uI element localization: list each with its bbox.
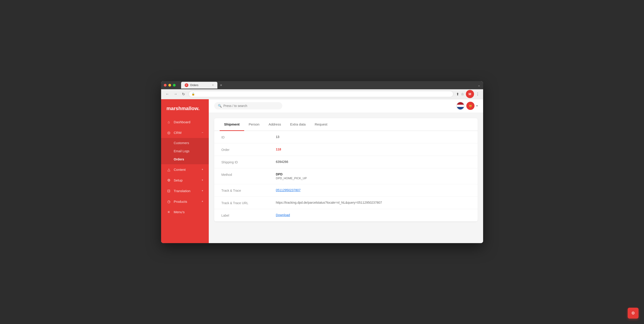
menus-icon: ≡ xyxy=(166,210,171,214)
close-dot[interactable] xyxy=(164,84,166,87)
translation-icon: ⊡ xyxy=(166,189,171,193)
value-id: 13 xyxy=(276,135,470,139)
expand-icon: + xyxy=(202,178,203,182)
sidebar-item-label: CRM xyxy=(174,131,182,135)
bookmark-icon[interactable]: ☆ xyxy=(461,92,464,96)
content-area: Shipment Person Address Extra data Reque… xyxy=(209,113,483,243)
tab-address[interactable]: Address xyxy=(264,118,286,131)
sidebar-item-content[interactable]: △ Content + xyxy=(161,164,209,175)
sidebar-item-products[interactable]: ◷ Products + xyxy=(161,196,209,207)
avatar-icon: 🐱 xyxy=(469,105,472,107)
topbar-right: 🐱 ▾ xyxy=(456,102,478,110)
sidebar-logo: marshmallow. xyxy=(161,99,209,117)
search-input[interactable] xyxy=(224,104,279,108)
method-main: DPD xyxy=(276,172,470,176)
label-track-trace-url: Track & Trace URL xyxy=(222,201,267,205)
address-bar[interactable]: 🔒 xyxy=(188,91,454,97)
browser-tabs: M Orders ✕ + xyxy=(181,82,476,89)
expand-icon: + xyxy=(202,168,203,171)
sidebar-nav: ⌂ Dashboard ◎ CRM − Customers Email Logs xyxy=(161,117,209,217)
new-tab-button[interactable]: + xyxy=(218,82,224,88)
share-icon[interactable]: ⬆ xyxy=(456,92,459,96)
setup-icon: ⚙ xyxy=(166,178,171,182)
tab-title: Orders xyxy=(190,84,198,87)
sidebar-item-setup[interactable]: ⚙ Setup + xyxy=(161,175,209,185)
crm-icon: ◎ xyxy=(166,131,171,135)
lock-icon: 🔒 xyxy=(192,92,195,96)
tab-person[interactable]: Person xyxy=(244,118,264,131)
topbar: 🔍 🐱 ▾ xyxy=(209,99,483,113)
value-shipping-id: 6394266 xyxy=(276,160,470,163)
sidebar-item-orders[interactable]: Orders xyxy=(161,155,209,163)
row-label: Label Download xyxy=(214,209,478,222)
expand-icon: − xyxy=(202,131,203,134)
row-id: ID 13 xyxy=(214,131,478,144)
crm-submenu: Customers Email Logs Orders xyxy=(161,138,209,164)
app-container: marshmallow. ⌂ Dashboard ◎ CRM − Custome… xyxy=(161,99,483,243)
sidebar-item-translation[interactable]: ⊡ Translation + xyxy=(161,185,209,196)
active-tab[interactable]: M Orders ✕ xyxy=(181,82,218,89)
label-track-trace: Track & Trace xyxy=(222,188,267,192)
main-content: 🔍 🐱 ▾ Shipment Person xyxy=(209,99,483,243)
tab-shipment[interactable]: Shipment xyxy=(220,118,244,131)
browser-avatar[interactable]: M xyxy=(466,90,474,98)
menu-icon[interactable]: ⋮ xyxy=(476,92,480,96)
tabs: Shipment Person Address Extra data Reque… xyxy=(214,118,478,131)
row-method: Method DPD DPD_HOME_PICK_UP xyxy=(214,168,478,184)
shipment-card: Shipment Person Address Extra data Reque… xyxy=(214,118,478,222)
value-label[interactable]: Download xyxy=(276,213,470,217)
sidebar-item-customers[interactable]: Customers xyxy=(161,139,209,147)
row-track-trace: Track & Trace 05112950237807 xyxy=(214,184,478,197)
value-track-trace-url: https://tracking.dpd.de/parcelstatus?loc… xyxy=(276,201,470,204)
reload-button[interactable]: ↻ xyxy=(181,91,186,97)
tab-favicon: M xyxy=(185,83,188,87)
back-button[interactable]: ← xyxy=(165,91,170,97)
row-order: Order 118 xyxy=(214,144,478,156)
home-icon: ⌂ xyxy=(166,120,171,124)
browser-titlebar: M Orders ✕ + ⌄ xyxy=(161,81,483,89)
search-icon: 🔍 xyxy=(218,104,222,108)
sidebar-item-label: Menu's xyxy=(174,210,185,214)
value-track-trace[interactable]: 05112950237807 xyxy=(276,188,470,192)
value-order[interactable]: 118 xyxy=(276,148,470,151)
sidebar-item-label: Setup xyxy=(174,178,183,182)
browser-toolbar: ← → ↻ 🔒 ⬆ ☆ M ⋮ xyxy=(161,89,483,99)
label-id: ID xyxy=(222,135,267,139)
content-icon: △ xyxy=(166,167,171,172)
method-sub: DPD_HOME_PICK_UP xyxy=(276,176,470,180)
value-method: DPD DPD_HOME_PICK_UP xyxy=(276,172,470,180)
sidebar-item-menus[interactable]: ≡ Menu's xyxy=(161,207,209,217)
forward-button[interactable]: → xyxy=(173,91,178,97)
user-avatar[interactable]: 🐱 xyxy=(466,102,474,110)
avatar-flag xyxy=(456,102,464,110)
sidebar-item-email-logs[interactable]: Email Logs xyxy=(161,147,209,155)
toolbar-actions: ⬆ ☆ M ⋮ xyxy=(456,90,480,98)
sidebar-item-label: Translation xyxy=(174,189,190,193)
row-shipping-id: Shipping ID 6394266 xyxy=(214,156,478,168)
maximize-dot[interactable] xyxy=(173,84,176,87)
tab-request[interactable]: Request xyxy=(310,118,332,131)
minimize-dot[interactable] xyxy=(168,84,171,87)
label-method: Method xyxy=(222,172,267,176)
label-label: Label xyxy=(222,213,267,217)
products-icon: ◷ xyxy=(166,199,171,204)
fab-icon: ⚙ xyxy=(631,311,635,316)
label-shipping-id: Shipping ID xyxy=(222,160,267,164)
avatar-dropdown-icon[interactable]: ▾ xyxy=(476,104,478,107)
tab-close-button[interactable]: ✕ xyxy=(212,84,214,86)
sidebar-item-dashboard[interactable]: ⌂ Dashboard xyxy=(161,117,209,127)
label-order: Order xyxy=(222,148,267,152)
expand-icon: + xyxy=(202,200,203,203)
tab-extra-data[interactable]: Extra data xyxy=(286,118,310,131)
sidebar-item-label: Dashboard xyxy=(174,120,190,124)
window-controls: ⌄ xyxy=(478,83,480,87)
sidebar-item-label: Products xyxy=(174,200,187,203)
sidebar: marshmallow. ⌂ Dashboard ◎ CRM − Custome… xyxy=(161,99,209,243)
search-box[interactable]: 🔍 xyxy=(214,102,282,109)
sidebar-item-label: Content xyxy=(174,168,186,171)
sidebar-item-crm[interactable]: ◎ CRM − xyxy=(161,127,209,138)
row-track-trace-url: Track & Trace URL https://tracking.dpd.d… xyxy=(214,197,478,209)
expand-icon: + xyxy=(202,189,203,192)
fab-button[interactable]: ⚙ xyxy=(628,308,638,319)
